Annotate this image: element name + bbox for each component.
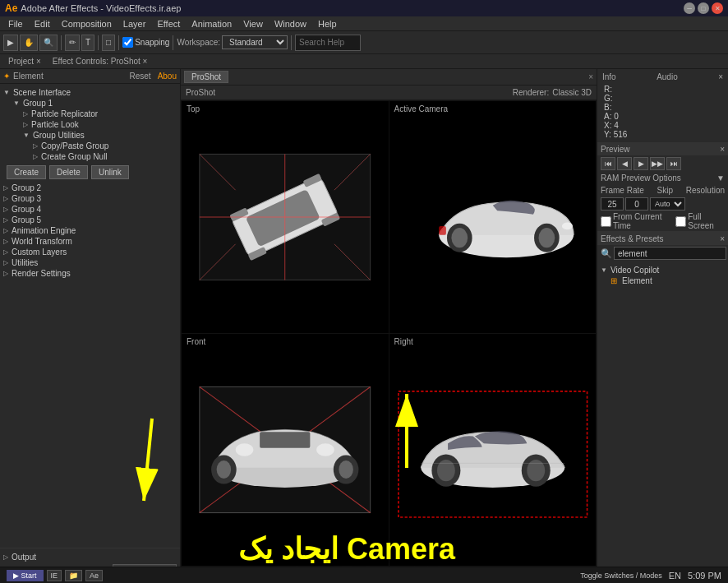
tree-copy-paste[interactable]: ▷ Copy/Paste Group [3,141,177,151]
toolbar-hand[interactable]: ✋ [20,35,38,51]
ep-element[interactable]: ⊞ Element [601,275,725,286]
tree-group2[interactable]: ▷ Group 2 [3,183,177,193]
unlink-button[interactable]: Unlink [91,165,129,179]
toolbar-separator2 [98,35,99,50]
comp-tab-proshot[interactable]: ProShot [184,71,228,83]
tree-item-label: Particle Look [31,120,79,129]
element-text: Element [13,72,44,81]
tree-anim-engine[interactable]: ▷ Animation Engine [3,225,177,236]
create-button[interactable]: Create [7,165,46,179]
maximize-button[interactable]: □ [698,2,709,14]
tree-world-transform[interactable]: ▷ World Transform [3,236,177,247]
menu-window[interactable]: Window [270,18,311,30]
taskbar-btn-ae[interactable]: Ae [85,570,103,581]
comp-tab-close[interactable]: × [588,72,593,81]
menu-edit[interactable]: Edit [30,18,55,30]
arrow-icon: ▷ [3,259,8,266]
renderer-value: Classic 3D [552,88,592,97]
tree-group5[interactable]: ▷ Group 5 [3,215,177,225]
toolbar-select[interactable]: ▶ [3,35,18,51]
snapping-checkbox[interactable] [122,37,133,48]
main-layout: ✦ Element Reset Abou ▼ Scene Interface ▼… [0,69,728,583]
preview-tab[interactable]: Preview [601,145,630,154]
arrow-icon: ▷ [33,153,38,160]
menu-view[interactable]: View [238,18,268,30]
prev-play-btn[interactable]: ▶ [634,157,648,170]
arrow-icon: ▷ [3,270,8,277]
toggle-switches[interactable]: Toggle Switches / Modes [580,571,662,580]
search-help-input[interactable] [295,35,361,51]
ep-search: 🔍 × [597,245,728,261]
skip-input[interactable] [625,197,648,211]
right-view-svg [389,334,597,566]
frame-rate-input[interactable] [601,197,624,211]
toolbar-text[interactable]: T [81,35,94,51]
prev-last-btn[interactable]: ⏭ [666,157,681,170]
start-button[interactable]: ▶ Start [7,570,44,581]
menu-composition[interactable]: Composition [57,18,117,30]
ram-preview-row: RAM Preview Options ▼ [597,172,728,184]
tree-create-group-null[interactable]: ▷ Create Group Null [3,151,177,162]
taskbar-btn-2[interactable]: 📁 [65,570,82,581]
tree-item-label: Create Group Null [41,152,108,161]
taskbar-btn-1[interactable]: IE [47,570,62,581]
close-button[interactable]: ✕ [712,2,723,14]
search-icon: 🔍 [601,248,612,259]
about-btn[interactable]: Abou [158,72,177,81]
ep-tab[interactable]: Effects & Presets [601,234,664,243]
toolbar-shape[interactable]: □ [102,35,115,51]
tree-particle-look[interactable]: ▷ Particle Look [3,119,177,130]
toolbar-separator3 [118,35,119,50]
delete-button[interactable]: Delete [49,165,88,179]
info-tab[interactable]: Info [602,72,616,81]
menu-animation[interactable]: Animation [187,18,237,30]
arrow-icon: ▼ [23,132,30,139]
menu-layer[interactable]: Layer [118,18,151,30]
audio-tab[interactable]: Audio [657,72,678,81]
reset-btn[interactable]: Reset [130,72,151,81]
tree-group3[interactable]: ▷ Group 3 [3,193,177,204]
svg-point-31 [316,443,334,456]
arrow-icon: ▷ [23,121,28,128]
tree-group4[interactable]: ▷ Group 4 [3,204,177,215]
toolbar-zoom[interactable]: 🔍 [39,35,58,51]
prev-fwd-btn[interactable]: ▶▶ [650,157,665,170]
menu-effect[interactable]: Effect [152,18,185,30]
prev-first-btn[interactable]: ⏮ [601,157,615,170]
full-screen-checkbox[interactable] [675,216,686,227]
menu-help[interactable]: Help [313,18,342,30]
titlebar-controls[interactable]: ─ □ ✕ [684,2,723,14]
titlebar-left: Ae Adobe After Effects - VideoEffects.ir… [5,2,181,14]
minimize-button[interactable]: ─ [684,2,695,14]
prev-back-btn[interactable]: ◀ [617,157,632,170]
tree-custom-layers[interactable]: ▷ Custom Layers [3,247,177,257]
x-val: X: 4 [604,121,619,130]
tree-utilities[interactable]: ▷ Utilities [3,257,177,268]
tree-scene-interface[interactable]: ▼ Scene Interface [3,87,177,98]
ep-search-input[interactable] [614,247,726,260]
taskbar-left: ▶ Start IE 📁 Ae [7,570,103,581]
tree-output[interactable]: ▷ Output [3,552,177,562]
workspace-select[interactable]: Standard [222,35,288,49]
info-close[interactable]: × [718,72,723,81]
app-title: Adobe After Effects - VideoEffects.ir.ae… [21,3,181,13]
ep-close[interactable]: × [720,234,725,243]
st-project[interactable]: Project × [3,56,46,67]
tree-particle-replicator[interactable]: ▷ Particle Replicator [3,109,177,119]
svg-point-19 [561,223,572,230]
from-current-checkbox[interactable] [601,216,611,227]
tree-item-label: Group 1 [23,99,53,108]
ep-video-copilot[interactable]: ▼ Video Copilot [601,265,725,275]
tree-item-label: Group 3 [12,194,41,203]
menu-file[interactable]: File [3,18,28,30]
st-effect[interactable]: Effect Controls: ProShot × [48,56,153,67]
tree-render-settings[interactable]: ▷ Render Settings [3,268,177,279]
tree-group1[interactable]: ▼ Group 1 [3,98,177,109]
preview-close[interactable]: × [720,145,725,154]
tree-group-utilities[interactable]: ▼ Group Utilities [3,130,177,141]
ep-tree: ▼ Video Copilot ⊞ Element [597,261,728,289]
effect-controls-header: ✦ Element Reset Abou [0,69,180,84]
ram-expand[interactable]: ▼ [716,174,725,183]
resolution-select[interactable]: Auto [650,197,685,211]
toolbar-pen[interactable]: ✏ [65,35,80,51]
